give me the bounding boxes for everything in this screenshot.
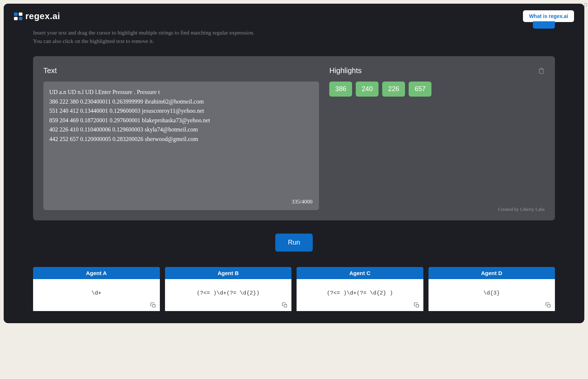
copy-icon[interactable] [545, 302, 551, 308]
svg-point-2 [584, 6, 585, 7]
run-button[interactable]: Run [275, 234, 312, 252]
trash-icon[interactable] [538, 68, 545, 74]
highlights-section: Highlights 386 240 226 657 Created by Li… [329, 66, 545, 210]
svg-point-3 [586, 6, 587, 7]
main-panel: Text UD a.n UD n.l UD l.Enter Pressure .… [33, 56, 555, 220]
highlight-chip[interactable]: 226 [382, 82, 405, 97]
copy-icon[interactable] [414, 302, 420, 308]
logo[interactable]: regex.ai [14, 11, 60, 21]
agent-pattern: \d+ [33, 279, 160, 311]
svg-point-1 [586, 3, 587, 4]
logo-text: regex.ai [25, 11, 60, 21]
instructions-line2: You can also click on the highlighted te… [33, 37, 555, 46]
instructions-line1: Insert your text and drag the cursor to … [33, 29, 555, 37]
agent-header: Agent B [165, 267, 292, 279]
agents-row: Agent A \d+ Agent B (?<= )\d+(?= \d{2}) … [33, 267, 555, 311]
credit-text: Created by Liberty Labs [498, 206, 545, 212]
agent-header: Agent A [33, 267, 160, 279]
agent-pattern: \d{3} [429, 279, 555, 311]
copy-icon[interactable] [282, 302, 288, 308]
highlight-chip[interactable]: 657 [409, 82, 431, 97]
agent-header: Agent C [297, 267, 423, 279]
app-window: regex.ai What is regex.ai Insert your te… [4, 4, 584, 323]
text-content[interactable]: UD a.n UD n.l UD l.Enter Pressure . Pres… [49, 87, 313, 144]
window-drag-handle [584, 3, 588, 8]
text-title: Text [43, 66, 319, 75]
svg-rect-6 [416, 304, 419, 307]
copy-icon[interactable] [150, 302, 156, 308]
agent-header: Agent D [429, 267, 555, 279]
svg-point-0 [584, 3, 585, 4]
agent-card-b: Agent B (?<= )\d+(?= \d{2}) [165, 267, 292, 311]
svg-rect-4 [153, 304, 155, 307]
agent-card-a: Agent A \d+ [33, 267, 160, 311]
highlight-chip[interactable]: 386 [329, 82, 352, 97]
highlight-chip[interactable]: 240 [356, 82, 379, 97]
highlights-title: Highlights [329, 66, 362, 75]
char-count: 335/4000 [292, 199, 313, 205]
highlights-chips: 386 240 226 657 [329, 82, 545, 97]
agent-card-d: Agent D \d{3} [429, 267, 555, 311]
text-section: Text UD a.n UD n.l UD l.Enter Pressure .… [43, 66, 319, 210]
header: regex.ai What is regex.ai [4, 4, 584, 29]
svg-rect-5 [284, 304, 287, 307]
agent-pattern: (?<= )\d+(?= \d{2} ) [297, 279, 423, 311]
agent-card-c: Agent C (?<= )\d+(?= \d{2} ) [297, 267, 423, 311]
svg-rect-7 [548, 304, 550, 307]
logo-icon [14, 12, 22, 20]
main-content: Insert your text and drag the cursor to … [4, 29, 584, 311]
agent-pattern: (?<= )\d+(?= \d{2}) [165, 279, 292, 311]
text-input-area[interactable]: UD a.n UD n.l UD l.Enter Pressure . Pres… [43, 82, 319, 210]
partial-button[interactable] [533, 21, 555, 29]
what-is-regex-button[interactable]: What is regex.ai [523, 10, 574, 22]
